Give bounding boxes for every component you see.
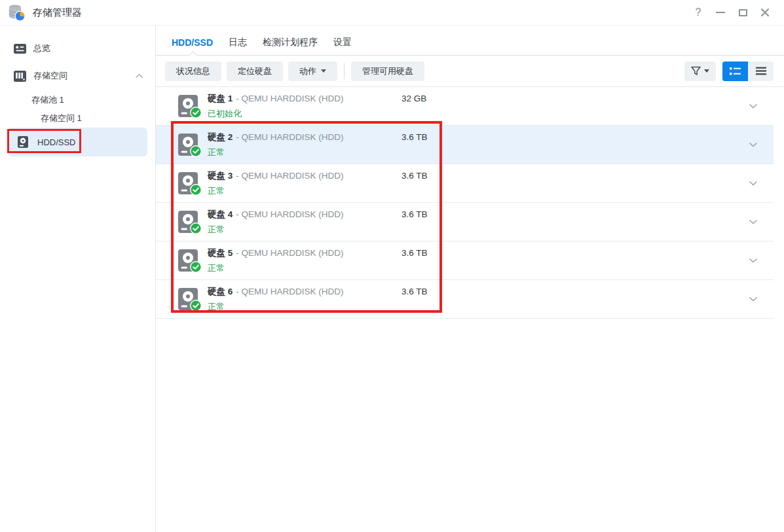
drive-capacity: 3.6 TB xyxy=(401,132,428,142)
sidebar-item-overview[interactable]: 总览 xyxy=(0,37,155,60)
chevron-down-icon[interactable] xyxy=(749,296,758,302)
chevron-down-icon[interactable] xyxy=(749,258,758,263)
filter-button[interactable] xyxy=(684,62,716,81)
titlebar: 存储管理器 ? xyxy=(0,0,784,26)
button-label: 动作 xyxy=(299,65,316,77)
hard-drive-icon xyxy=(178,249,198,272)
overview-icon xyxy=(13,42,26,55)
chevron-down-icon[interactable] xyxy=(749,181,758,186)
sidebar-item-label: 总览 xyxy=(33,43,50,54)
healthy-check-icon xyxy=(190,261,202,273)
drive-list: 硬盘 1- QEMU HARDDISK (HDD) 32 GB 已初始化 xyxy=(156,87,774,319)
sidebar-item-label: HDD/SSD xyxy=(37,137,76,147)
action-dropdown-button[interactable]: 动作 xyxy=(288,62,337,81)
tab-hdd-ssd[interactable]: HDD/SSD xyxy=(172,37,213,48)
healthy-check-icon xyxy=(190,300,202,311)
drive-capacity: 32 GB xyxy=(401,94,426,103)
drive-row-6[interactable]: 硬盘 6- QEMU HARDDISK (HDD) 3.6 TB 正常 xyxy=(156,280,774,319)
storage-pool-icon xyxy=(13,69,26,82)
view-toggle xyxy=(722,62,774,81)
drive-status: 正常 xyxy=(208,185,749,197)
locate-drive-button[interactable]: 定位硬盘 xyxy=(227,62,283,81)
drive-name: 硬盘 1 xyxy=(208,94,233,103)
sidebar: 总览 存储空间 xyxy=(0,26,156,532)
drive-row-5[interactable]: 硬盘 5- QEMU HARDDISK (HDD) 3.6 TB 正常 xyxy=(156,241,774,280)
hard-drive-icon xyxy=(178,95,198,117)
sidebar-item-volume-1[interactable]: 存储空间 1 xyxy=(0,109,155,128)
chevron-up-icon[interactable] xyxy=(135,73,143,79)
tab-logs[interactable]: 日志 xyxy=(229,37,247,48)
chevron-down-icon[interactable] xyxy=(749,142,758,147)
drive-name: 硬盘 6 xyxy=(208,287,233,296)
drive-model: - QEMU HARDDISK (HDD) xyxy=(236,248,343,258)
drive-row-1[interactable]: 硬盘 1- QEMU HARDDISK (HDD) 32 GB 已初始化 xyxy=(156,87,774,126)
drive-name: 硬盘 4 xyxy=(208,209,233,219)
storage-manager-app-icon xyxy=(8,4,26,22)
hamburger-list-icon xyxy=(756,67,766,75)
button-label: 管理可用硬盘 xyxy=(362,65,413,77)
tab-bar: HDD/SSD 日志 检测计划程序 设置 xyxy=(156,26,784,56)
window-title: 存储管理器 xyxy=(33,7,82,19)
drive-status: 正常 xyxy=(208,262,749,274)
filter-funnel-icon xyxy=(691,66,702,76)
help-icon: ? xyxy=(696,7,701,18)
sidebar-item-storage-pool-1[interactable]: 存储池 1 xyxy=(0,91,155,109)
sidebar-item-label: 存储空间 xyxy=(33,70,67,82)
healthy-check-icon xyxy=(190,184,202,196)
disk-icon xyxy=(16,135,29,149)
chevron-down-icon[interactable] xyxy=(749,103,758,109)
compact-view-button[interactable] xyxy=(748,62,774,81)
minimize-button[interactable] xyxy=(712,4,729,21)
sidebar-item-storage[interactable]: 存储空间 xyxy=(0,65,155,87)
sidebar-item-hdd-ssd[interactable]: HDD/SSD xyxy=(8,128,147,156)
drive-model: - QEMU HARDDISK (HDD) xyxy=(236,171,343,181)
drive-name: 硬盘 3 xyxy=(208,171,233,181)
help-button[interactable]: ? xyxy=(690,4,707,21)
drive-capacity: 3.6 TB xyxy=(401,248,428,258)
close-icon xyxy=(761,9,769,16)
drive-model: - QEMU HARDDISK (HDD) xyxy=(236,132,343,142)
drive-model: - QEMU HARDDISK (HDD) xyxy=(236,209,343,219)
hard-drive-icon xyxy=(178,288,198,310)
button-label: 定位硬盘 xyxy=(238,65,272,77)
detail-view-button[interactable] xyxy=(722,62,748,81)
button-label: 状况信息 xyxy=(176,65,210,77)
drive-model: - QEMU HARDDISK (HDD) xyxy=(236,287,343,296)
detail-list-icon xyxy=(730,67,741,76)
tab-test-scheduler[interactable]: 检测计划程序 xyxy=(263,37,318,48)
drive-capacity: 3.6 TB xyxy=(401,209,428,219)
toolbar-divider xyxy=(344,63,345,79)
sidebar-item-label: 存储空间 1 xyxy=(41,113,82,124)
drive-status: 正常 xyxy=(208,224,749,236)
chevron-down-icon[interactable] xyxy=(749,219,758,224)
drive-model: - QEMU HARDDISK (HDD) xyxy=(236,94,343,103)
drive-row-2[interactable]: 硬盘 2- QEMU HARDDISK (HDD) 3.6 TB 正常 xyxy=(156,126,774,164)
chevron-down-icon xyxy=(321,69,326,73)
storage-manager-window: 存储管理器 ? xyxy=(0,0,784,532)
manage-available-drives-button[interactable]: 管理可用硬盘 xyxy=(351,62,424,81)
chevron-down-icon xyxy=(704,69,709,73)
maximize-button[interactable] xyxy=(734,4,751,21)
drive-status: 正常 xyxy=(208,301,749,313)
main-panel: HDD/SSD 日志 检测计划程序 设置 状况信息 定位硬盘 动作 xyxy=(156,26,784,532)
drive-row-3[interactable]: 硬盘 3- QEMU HARDDISK (HDD) 3.6 TB 正常 xyxy=(156,164,774,203)
hard-drive-icon xyxy=(178,211,198,233)
drive-capacity: 3.6 TB xyxy=(401,287,428,296)
tab-settings[interactable]: 设置 xyxy=(333,37,352,48)
drive-name: 硬盘 5 xyxy=(208,248,233,258)
drive-row-4[interactable]: 硬盘 4- QEMU HARDDISK (HDD) 3.6 TB 正常 xyxy=(156,203,774,241)
close-button[interactable] xyxy=(756,4,774,21)
maximize-icon xyxy=(739,9,747,16)
health-info-button[interactable]: 状况信息 xyxy=(165,62,221,81)
sidebar-item-label: 存储池 1 xyxy=(31,94,64,106)
drive-status: 已初始化 xyxy=(208,108,749,120)
drive-name: 硬盘 2 xyxy=(208,132,233,142)
healthy-check-icon xyxy=(190,222,202,234)
minimize-icon xyxy=(716,12,725,13)
healthy-check-icon xyxy=(190,107,202,118)
hard-drive-icon xyxy=(178,172,198,194)
toolbar: 状况信息 定位硬盘 动作 管理可用硬盘 xyxy=(156,56,784,87)
healthy-check-icon xyxy=(190,145,202,157)
drive-capacity: 3.6 TB xyxy=(401,171,428,181)
hard-drive-icon xyxy=(178,133,198,156)
